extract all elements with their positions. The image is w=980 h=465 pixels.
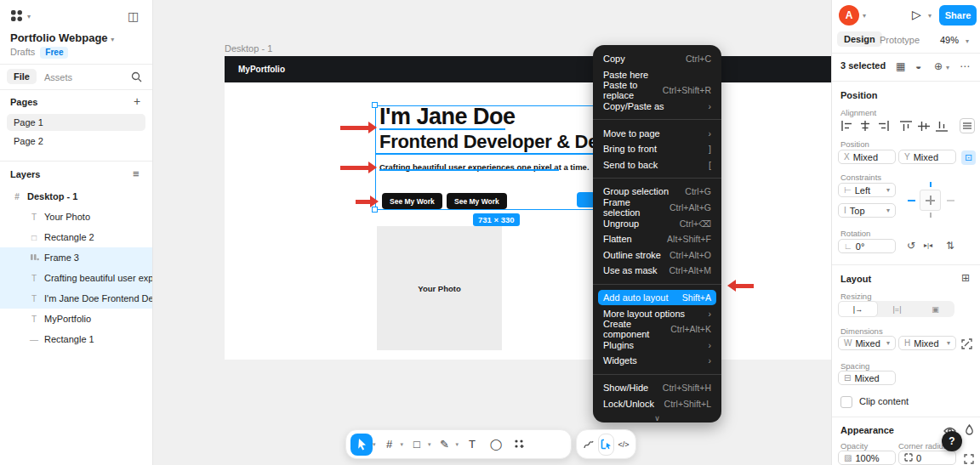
menu-item-lock-unlock[interactable]: Lock/UnlockCtrl+Shift+L (593, 395, 721, 411)
menu-item-copy-paste-as[interactable]: Copy/Paste as› (593, 99, 721, 115)
menu-chevron-icon[interactable]: ▾ (27, 13, 31, 20)
search-icon[interactable] (131, 71, 142, 86)
component-icon[interactable]: ▦ (896, 61, 905, 71)
align-top-icon[interactable] (899, 120, 913, 133)
code-tool[interactable]: </> (616, 434, 631, 456)
draw-tool[interactable] (581, 434, 596, 456)
menu-item-move-to-page[interactable]: Move to page› (593, 125, 721, 141)
corner-radius-input[interactable]: 0 (898, 451, 956, 465)
constraint-left-tick[interactable] (908, 200, 915, 201)
align-left-icon[interactable] (840, 120, 854, 133)
menu-item-add-auto-layout[interactable]: Add auto layoutShift+A (598, 290, 716, 306)
frame-label[interactable]: Desktop - 1 (225, 43, 272, 54)
height-input[interactable]: H Mixed ▾ (898, 336, 956, 350)
photo-placeholder-rect[interactable]: Your Photo (377, 226, 502, 350)
align-h-center-icon[interactable] (858, 120, 872, 133)
tab-prototype[interactable]: Prototype (880, 35, 920, 45)
layer-item-desktop-1[interactable]: #Desktop - 1 (0, 186, 152, 207)
comment-tool[interactable]: ◯ (485, 434, 507, 456)
menu-item-ungroup[interactable]: UngroupCtrl+⌫ (593, 215, 721, 231)
move-tool[interactable] (350, 434, 373, 456)
frame-tool-chevron-icon[interactable]: ▾ (401, 441, 404, 448)
menu-item-outline-stroke[interactable]: Outline strokeCtrl+Alt+O (593, 247, 721, 264)
text-tool[interactable]: T (461, 434, 483, 456)
tab-design[interactable]: Design (837, 31, 882, 47)
menu-item-flatten[interactable]: FlattenAlt+Shift+F (593, 231, 721, 247)
more-options-icon[interactable]: ⋯ (960, 61, 970, 71)
move-tool-chevron-icon[interactable]: ▾ (373, 441, 376, 448)
menu-item-show-hide[interactable]: Show/HideCtrl+Shift+H (593, 380, 721, 396)
page-item-page-2[interactable]: Page 2 (7, 133, 145, 150)
menu-item-frame-selection[interactable]: Frame selectionCtrl+Alt+G (593, 200, 721, 216)
layer-item-crafting-beautiful-user-experience[interactable]: TCrafting beautiful user experience (0, 268, 152, 288)
zoom-level[interactable]: 49% (940, 35, 959, 45)
shape-tool-chevron-icon[interactable]: ▾ (428, 441, 431, 448)
collapse-layers-icon[interactable]: ≡ (133, 168, 140, 179)
x-position-input[interactable]: X Mixed (838, 150, 896, 164)
vertical-constraint-select[interactable]: I Top ▾ (838, 203, 896, 218)
share-button[interactable]: Share (939, 5, 977, 26)
align-v-center-icon[interactable] (917, 120, 931, 133)
layer-item-rectangle-1[interactable]: —Rectangle 1 (0, 329, 152, 349)
selection-handle-bottom-left[interactable] (372, 207, 378, 213)
drafts-label[interactable]: Drafts (10, 47, 35, 57)
figma-menu-icon[interactable] (10, 9, 23, 26)
constraints-widget[interactable] (906, 182, 954, 218)
file-title[interactable]: Portfolio Webpage ▾ (10, 31, 114, 44)
rotation-input[interactable]: ∟ 0° (838, 239, 896, 253)
constraint-top-tick[interactable] (930, 182, 932, 187)
rotate-icon[interactable]: ↺ (907, 241, 915, 251)
layer-item-i-m-jane-doe-frontend-developer[interactable]: TI'm Jane Doe Frontend Developer (0, 288, 152, 309)
constraint-right-tick[interactable] (947, 200, 954, 201)
add-auto-layout-icon[interactable]: ⊞ (961, 273, 970, 283)
menu-item-bring-to-front[interactable]: Bring to front] (593, 141, 721, 157)
actions-tool[interactable] (509, 434, 531, 456)
toggle-panel-icon[interactable]: ◫ (128, 10, 139, 22)
y-position-input[interactable]: Y Mixed (898, 150, 956, 164)
pen-tool[interactable]: ✎ (434, 434, 456, 456)
menu-item-widgets[interactable]: Widgets› (593, 353, 721, 369)
resize-hug-option[interactable]: |=| (878, 301, 916, 317)
mask-icon[interactable]: ◒ (915, 61, 921, 71)
avatar-chevron-icon[interactable]: ▾ (863, 12, 866, 20)
resize-fixed-option[interactable]: |→ (838, 301, 878, 317)
width-input[interactable]: W Mixed ▾ (838, 336, 896, 350)
avatar[interactable]: A (839, 5, 859, 26)
flip-vertical-icon[interactable]: ⇅ (946, 241, 954, 251)
help-button[interactable]: ? (942, 431, 962, 451)
menu-scroll-down-icon[interactable]: ∨ (593, 411, 721, 422)
tab-file[interactable]: File (7, 69, 37, 84)
canvas[interactable]: Desktop - 1 MyPortfolio I'm Jane Doe Fro… (153, 0, 831, 465)
align-right-icon[interactable] (876, 120, 890, 133)
opacity-input[interactable]: ▨ 100% (838, 451, 896, 465)
present-play-icon[interactable]: ▷ (912, 8, 921, 21)
menu-item-plugins[interactable]: Plugins› (593, 337, 721, 354)
resize-fill-option[interactable]: ▣ (916, 301, 954, 317)
present-chevron-icon[interactable]: ▾ (928, 12, 932, 20)
tab-assets[interactable]: Assets (44, 72, 72, 82)
spacing-input[interactable]: ⊟ Mixed (838, 371, 896, 385)
constraint-bottom-tick[interactable] (930, 213, 932, 218)
menu-item-create-component[interactable]: Create componentCtrl+Alt+K (593, 321, 721, 337)
layer-item-frame-3[interactable]: Frame 3 (0, 247, 152, 268)
menu-item-send-to-back[interactable]: Send to back[ (593, 157, 721, 173)
layer-item-myportfolio[interactable]: TMyPortfolio (0, 309, 152, 329)
zoom-chevron-icon[interactable]: ▾ (966, 37, 969, 45)
selection-handle-top-left[interactable] (372, 102, 378, 108)
auto-layout-chevron-icon[interactable]: ▾ (946, 64, 949, 71)
add-page-icon[interactable]: + (134, 95, 140, 107)
flip-horizontal-icon[interactable]: ▸|◂ (924, 242, 932, 249)
frame-tool[interactable]: # (379, 434, 401, 456)
menu-item-use-as-mask[interactable]: Use as maskCtrl+Alt+M (593, 263, 721, 279)
menu-item-copy[interactable]: CopyCtrl+C (593, 51, 721, 67)
absolute-position-icon[interactable]: ⊡ (961, 150, 976, 165)
shape-tool[interactable]: □ (406, 434, 428, 456)
aspect-ratio-icon[interactable] (961, 337, 972, 353)
clip-content-checkbox[interactable] (840, 396, 852, 408)
dev-mode-toggle[interactable] (598, 434, 614, 456)
layer-item-your-photo[interactable]: TYour Photo (0, 207, 152, 227)
blend-drop-icon[interactable] (965, 423, 974, 439)
auto-layout-target-icon[interactable]: ⊕ (934, 61, 943, 71)
pen-tool-chevron-icon[interactable]: ▾ (456, 441, 459, 448)
layer-item-rectangle-2[interactable]: □Rectangle 2 (0, 227, 152, 247)
